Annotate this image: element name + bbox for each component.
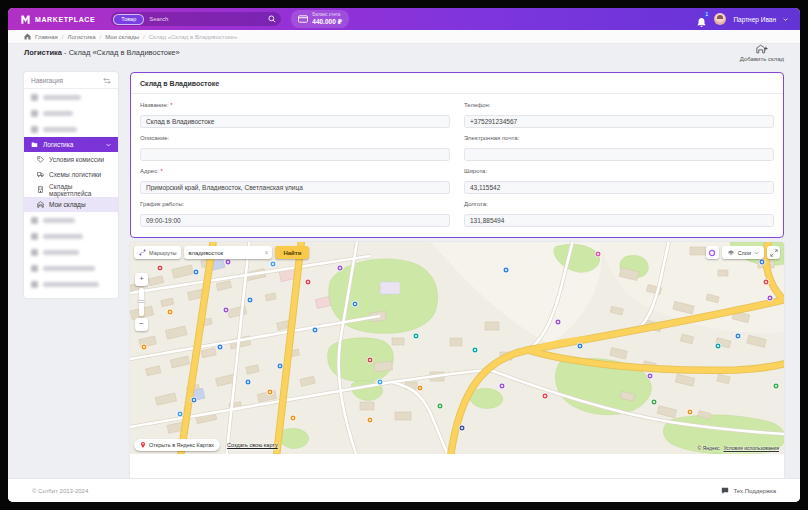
map-copyright: © Яндекс xyxy=(698,445,720,451)
field-phone: Телефон: xyxy=(464,102,774,128)
latitude-input[interactable] xyxy=(464,181,774,194)
breadcrumb-home[interactable]: Главная xyxy=(35,34,58,40)
breadcrumb-separator: / xyxy=(100,34,102,40)
traffic-icon xyxy=(708,249,716,257)
header-search: Товар xyxy=(111,12,281,26)
breadcrumb-logistics[interactable]: Логистика xyxy=(68,34,96,40)
balance-widget[interactable]: Баланс счета 440.000 ₽ xyxy=(291,10,349,27)
description-input[interactable] xyxy=(140,148,450,161)
open-in-yandex-maps-link[interactable]: Открыть в Яндекс Картах xyxy=(134,439,220,451)
bell-icon xyxy=(696,17,707,28)
logo[interactable]: MARKETPLACE xyxy=(20,14,95,25)
layers-icon xyxy=(727,249,735,257)
field-label: Электронная почта: xyxy=(464,135,774,141)
breadcrumb-separator: / xyxy=(143,34,145,40)
sidebar-title: Навигация xyxy=(31,77,63,84)
search-category-button[interactable]: Товар xyxy=(113,14,144,25)
search-input[interactable] xyxy=(144,16,268,22)
app-window: MARKETPLACE Товар Баланс счета 440.000 ₽… xyxy=(8,8,800,502)
field-label: Адрес: * xyxy=(140,168,450,174)
sidebar-item-redacted[interactable] xyxy=(24,89,118,105)
zoom-out-button[interactable]: − xyxy=(135,318,148,331)
chevron-down-icon xyxy=(754,251,759,255)
field-label: Широта: xyxy=(464,168,774,174)
page-title-rest: - Склад «Склад в Владивостоке» xyxy=(64,48,180,57)
sidebar-item-logistics-schemes[interactable]: Схемы логистики xyxy=(24,167,118,182)
sidebar-item-redacted[interactable] xyxy=(24,244,118,260)
sidebar-item-redacted[interactable] xyxy=(24,260,118,276)
sidebar-item-logistics[interactable]: Логистика xyxy=(24,137,118,152)
card-icon xyxy=(298,15,308,23)
collapse-sidebar-icon[interactable] xyxy=(103,77,111,84)
add-warehouse-label: Добавить склад xyxy=(740,56,784,62)
field-label: Название: * xyxy=(140,102,450,108)
create-map-link[interactable]: Создать свою карту xyxy=(227,442,278,448)
zoom-in-button[interactable]: + xyxy=(135,273,148,286)
sidebar-item-my-warehouses[interactable]: Мои склады xyxy=(24,197,118,212)
map-zoom-control: + − xyxy=(135,273,148,331)
sidebar-item-label: Мои склады xyxy=(49,201,86,208)
map-canvas[interactable] xyxy=(130,242,784,454)
field-schedule: График работы: xyxy=(140,201,450,227)
map-search-value: владивосток xyxy=(188,250,223,256)
chat-icon xyxy=(721,487,729,495)
user-name[interactable]: Партнер Иван xyxy=(733,16,776,23)
email-input[interactable] xyxy=(464,148,774,161)
notifications-button[interactable]: 1 xyxy=(696,14,707,25)
balance-value: 440.000 ₽ xyxy=(312,18,342,26)
add-warehouse-button[interactable]: Добавить склад xyxy=(740,44,784,62)
map-routes-button[interactable]: Маршруты xyxy=(134,246,181,259)
field-latitude: Широта: xyxy=(464,168,774,194)
schedule-input[interactable] xyxy=(140,214,450,227)
field-description: Описание: xyxy=(140,135,450,161)
map-search-box[interactable]: владивосток × xyxy=(184,246,272,259)
sidebar-item-redacted[interactable] xyxy=(24,121,118,137)
sidebar-item-redacted[interactable] xyxy=(24,276,118,292)
sidebar-item-label: Условия комиссии xyxy=(49,156,104,163)
clear-search-icon[interactable]: × xyxy=(265,249,269,256)
map-fullscreen-button[interactable] xyxy=(767,246,780,259)
name-input[interactable] xyxy=(140,115,450,128)
map-layers-button[interactable]: Слои xyxy=(722,246,764,259)
sidebar: Навигация Логистика Условия комиссии Схе… xyxy=(24,72,118,298)
map-terms-link[interactable]: Условия использования xyxy=(724,445,780,451)
map-traffic-button[interactable] xyxy=(706,246,719,259)
phone-input[interactable] xyxy=(464,115,774,128)
map-layers-label: Слои xyxy=(738,250,751,256)
sidebar-item-label: Схемы логистики xyxy=(49,171,101,178)
route-icon xyxy=(139,249,146,256)
footer: © Сотбит 2013-2024 Тех.Поддержка xyxy=(8,478,800,502)
truck-icon xyxy=(37,171,44,178)
search-icon[interactable] xyxy=(268,15,276,23)
sidebar-item-redacted[interactable] xyxy=(24,212,118,228)
field-longitude: Долгота: xyxy=(464,201,774,227)
sidebar-item-redacted[interactable] xyxy=(24,105,118,121)
longitude-input[interactable] xyxy=(464,214,774,227)
map-find-button[interactable]: Найти xyxy=(275,246,309,259)
warehouse-form-card: Склад в Владивостоке Название: * Телефон… xyxy=(130,72,784,238)
notification-badge: 1 xyxy=(703,11,710,18)
breadcrumb-separator: / xyxy=(62,34,64,40)
support-link[interactable]: Тех.Поддержка xyxy=(721,487,776,495)
chevron-down-icon[interactable] xyxy=(783,17,788,22)
sidebar-group-label: Логистика xyxy=(43,141,101,148)
sidebar-item-commission-terms[interactable]: Условия комиссии xyxy=(24,152,118,167)
zoom-slider[interactable] xyxy=(139,288,144,316)
avatar[interactable] xyxy=(714,13,726,25)
address-input[interactable] xyxy=(140,181,450,194)
field-label: Описание: xyxy=(140,135,450,141)
breadcrumb-current: Склад «Склад в Владивостоке» xyxy=(149,34,238,40)
home-icon[interactable] xyxy=(24,33,31,40)
breadcrumb-my-warehouses[interactable]: Мои склады xyxy=(105,34,139,40)
map: Маршруты владивосток × Найти xyxy=(130,242,784,454)
tag-icon xyxy=(37,156,44,163)
field-label: График работы: xyxy=(140,201,450,207)
field-label: Телефон: xyxy=(464,102,774,108)
marketplace-logo-icon xyxy=(20,14,31,25)
warehouse-icon xyxy=(37,201,44,208)
sidebar-item-marketplace-warehouses[interactable]: Склады маркетплейса xyxy=(24,182,118,197)
field-address: Адрес: * xyxy=(140,168,450,194)
building-icon xyxy=(37,186,44,193)
folder-icon xyxy=(31,141,38,148)
sidebar-item-redacted[interactable] xyxy=(24,228,118,244)
